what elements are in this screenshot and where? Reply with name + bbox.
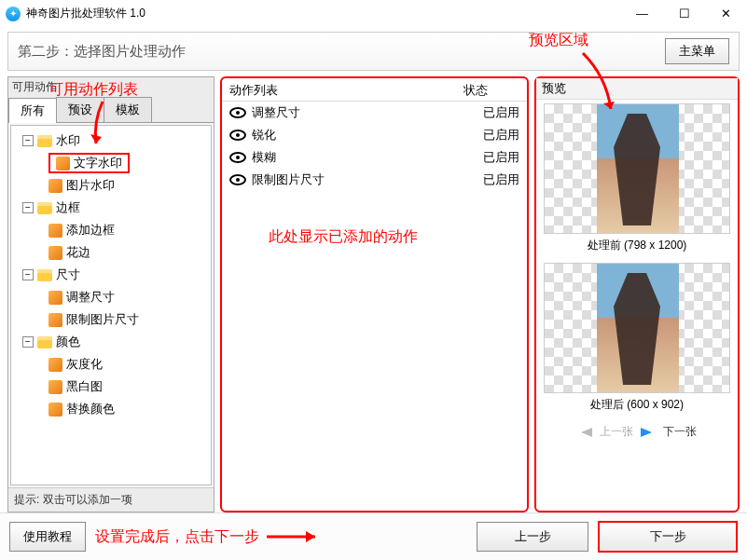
next-step-button[interactable]: 下一步	[598, 521, 738, 553]
tree-item-image-watermark[interactable]: 图片水印	[11, 174, 211, 197]
action-icon	[56, 157, 70, 171]
tree-item-replace-color[interactable]: 替换颜色	[11, 398, 211, 420]
app-icon: ✦	[6, 7, 21, 21]
action-icon	[48, 380, 62, 394]
preview-header: 预览	[536, 78, 738, 100]
maximize-button[interactable]: ☐	[663, 0, 705, 28]
tab-all[interactable]: 所有	[8, 98, 57, 123]
action-icon	[48, 291, 62, 305]
preview-next[interactable]: 下一张	[663, 424, 697, 440]
action-row[interactable]: 调整尺寸已启用	[222, 102, 527, 124]
preview-after-thumb	[544, 263, 730, 393]
action-icon	[48, 246, 62, 260]
preview-before-thumb	[544, 103, 730, 234]
preview-after-caption: 处理后 (600 x 902)	[536, 395, 738, 418]
next-arrow-icon	[641, 428, 656, 437]
tab-preset[interactable]: 预设	[56, 97, 104, 122]
tree-folder-watermark[interactable]: −水印	[11, 130, 211, 152]
available-actions-panel: 可用动作 所有 预设 模板 −水印 文字水印 图片水印 −边框 添加边框 花边 …	[7, 76, 214, 512]
folder-icon	[37, 202, 52, 214]
close-button[interactable]: ✕	[705, 0, 747, 28]
action-icon	[48, 403, 62, 417]
available-tabs: 所有 预设 模板	[8, 97, 214, 123]
tree-item-grayscale[interactable]: 灰度化	[11, 353, 211, 376]
tree-folder-color[interactable]: −颜色	[11, 331, 211, 353]
tree-folder-border[interactable]: −边框	[11, 197, 211, 219]
collapse-icon[interactable]: −	[22, 269, 34, 280]
tab-template[interactable]: 模板	[104, 97, 152, 122]
preview-before-caption: 处理前 (798 x 1200)	[536, 236, 738, 259]
step-row: 第二步：选择图片处理动作 主菜单	[7, 32, 740, 71]
title-bar: ✦ 神奇图片批处理软件 1.0 — ☐ ✕	[0, 0, 747, 28]
folder-icon	[37, 269, 52, 281]
action-row[interactable]: 锐化已启用	[222, 124, 527, 146]
folder-icon	[37, 336, 52, 348]
tree-hint: 提示: 双击可以添加一项	[8, 487, 214, 512]
collapse-icon[interactable]: −	[22, 135, 34, 146]
minimize-button[interactable]: —	[621, 0, 663, 28]
annotation-next-hint: 设置完成后，点击下一步	[95, 527, 259, 547]
step-label: 第二步：选择图片处理动作	[18, 43, 186, 61]
col-action-name: 动作列表	[229, 82, 463, 99]
available-group-label: 可用动作	[8, 77, 214, 97]
folder-icon	[37, 135, 52, 147]
window-title: 神奇图片批处理软件 1.0	[26, 6, 145, 21]
preview-panel: 预览 处理前 (798 x 1200) 处理后 (600 x 902) 上一张 …	[534, 76, 740, 512]
prev-step-button[interactable]: 上一步	[477, 522, 588, 552]
action-icon	[48, 179, 62, 193]
action-icon	[48, 224, 62, 238]
footer: 使用教程 设置完成后，点击下一步 上一步 下一步	[0, 512, 747, 560]
main-menu-button[interactable]: 主菜单	[665, 38, 729, 64]
annotation-added-actions: 此处显示已添加的动作	[269, 227, 418, 247]
tree-item-resize[interactable]: 调整尺寸	[11, 286, 211, 308]
action-icon	[48, 313, 62, 327]
eye-icon[interactable]	[229, 174, 246, 185]
tree-item-bw[interactable]: 黑白图	[11, 376, 211, 398]
action-row[interactable]: 模糊已启用	[222, 146, 527, 169]
action-row[interactable]: 限制图片尺寸已启用	[222, 169, 527, 191]
tutorial-button[interactable]: 使用教程	[9, 522, 86, 552]
preview-prev[interactable]: 上一张	[600, 424, 633, 440]
collapse-icon[interactable]: −	[22, 336, 34, 348]
eye-icon[interactable]	[229, 130, 246, 141]
tree-item-text-watermark[interactable]: 文字水印	[11, 152, 211, 174]
action-tree[interactable]: −水印 文字水印 图片水印 −边框 添加边框 花边 −尺寸 调整尺寸 限制图片尺…	[10, 125, 212, 485]
eye-icon[interactable]	[229, 152, 246, 163]
action-list-panel: 动作列表 状态 调整尺寸已启用 锐化已启用 模糊已启用 限制图片尺寸已启用 此处…	[220, 76, 529, 512]
prev-arrow-icon	[577, 428, 592, 437]
tree-item-add-border[interactable]: 添加边框	[11, 219, 211, 241]
tree-item-limit-size[interactable]: 限制图片尺寸	[11, 308, 211, 331]
collapse-icon[interactable]: −	[22, 202, 34, 213]
action-icon	[48, 358, 62, 372]
tree-folder-size[interactable]: −尺寸	[11, 264, 211, 286]
tree-item-lace[interactable]: 花边	[11, 241, 211, 264]
col-status: 状态	[463, 82, 519, 99]
eye-icon[interactable]	[229, 107, 246, 118]
